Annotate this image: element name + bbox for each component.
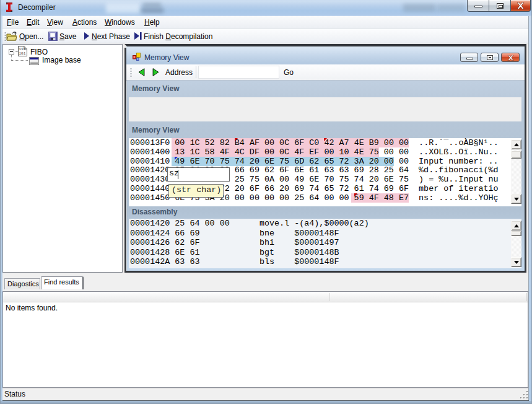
svg-text:101: 101 (19, 51, 26, 56)
svg-text:110: 110 (19, 47, 26, 51)
